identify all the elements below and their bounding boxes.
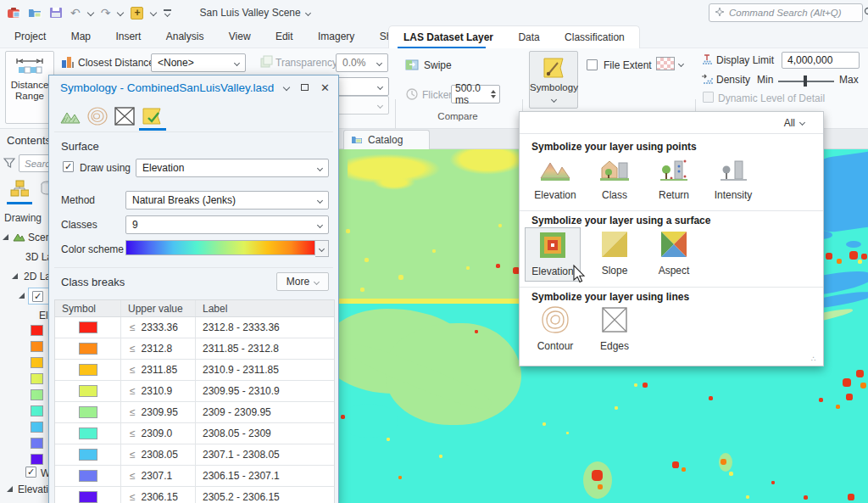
points-symbology-tab-icon[interactable] — [59, 106, 81, 129]
class-break-row[interactable]: ≤2309.02308.05 - 2309 — [55, 423, 334, 444]
class-break-row[interactable]: ≤2307.12306.15 - 2307.1 — [55, 466, 334, 487]
class-break-row[interactable]: ≤2309.952309 - 2309.95 — [55, 402, 334, 423]
file-extent-color-swatch[interactable] — [656, 57, 675, 70]
class-break-row[interactable]: ≤2308.052307.1 - 2308.05 — [55, 444, 334, 466]
class-symbol-swatch[interactable] — [79, 449, 97, 461]
symbology-button[interactable]: Symbology — [529, 51, 578, 109]
class-label[interactable]: 2310.9 - 2311.85 — [203, 364, 279, 376]
class-symbol-swatch[interactable] — [79, 406, 97, 418]
flyout-item-lines-contour[interactable]: Contour — [528, 305, 582, 352]
draw-using-checkbox[interactable] — [63, 161, 74, 172]
transparency-dropdown[interactable]: 0.0% — [336, 53, 388, 72]
undo-button[interactable]: ↶ — [70, 6, 81, 20]
flyout-item-points-elevation[interactable]: Elevation — [528, 156, 582, 201]
surface-symbology-tab-icon[interactable] — [141, 106, 163, 129]
command-search-input[interactable] — [729, 8, 860, 18]
class-symbol-swatch[interactable] — [79, 491, 97, 503]
flyout-filter[interactable]: All — [520, 112, 823, 134]
tab-project[interactable]: Project — [3, 25, 57, 48]
add-data-dropdown-icon[interactable] — [150, 9, 157, 16]
flyout-item-points-return[interactable]: Return — [647, 156, 701, 201]
color-scheme-dropdown-button[interactable] — [315, 240, 329, 257]
tab-view[interactable]: View — [218, 25, 262, 48]
file-extent-checkbox[interactable] — [587, 59, 598, 70]
tab-las-dataset-layer[interactable]: LAS Dataset Layer — [392, 26, 504, 48]
upper-value[interactable]: 2310.9 — [142, 385, 173, 397]
closest-distance-dropdown[interactable]: <None> — [151, 53, 246, 72]
swipe-label[interactable]: Swipe — [424, 59, 452, 71]
las-layer-expander-icon[interactable] — [19, 293, 25, 299]
flyout-item-surface-aspect[interactable]: Aspect — [647, 230, 701, 277]
add-data-button[interactable]: + — [131, 7, 143, 20]
tab-imagery[interactable]: Imagery — [307, 25, 365, 48]
upper-value[interactable]: 2306.15 — [142, 491, 178, 503]
method-dropdown[interactable]: Natural Breaks (Jenks) — [125, 191, 329, 210]
window-maximize-icon[interactable] — [301, 84, 309, 91]
display-limit-input[interactable] — [782, 52, 860, 69]
edges-symbology-tab-icon[interactable] — [114, 106, 136, 129]
upper-value[interactable]: 2312.8 — [142, 343, 173, 355]
class-label[interactable]: 2308.05 - 2309 — [203, 428, 271, 439]
redo-button[interactable]: ↷ — [101, 6, 111, 20]
search-icon[interactable] — [864, 7, 868, 20]
class-symbol-swatch[interactable] — [79, 321, 97, 333]
class-break-row[interactable]: ≤2333.362312.8 - 2333.36 — [55, 317, 334, 338]
scene-title[interactable]: San Luis Valley Scene — [199, 7, 309, 19]
density-slider-handle[interactable] — [804, 75, 807, 87]
tab-edit[interactable]: Edit — [264, 25, 304, 48]
class-break-row[interactable]: ≤2306.152305.2 - 2306.15 — [55, 487, 334, 503]
window-close-icon[interactable]: ✕ — [320, 82, 330, 93]
class-symbol-swatch[interactable] — [79, 470, 97, 482]
window-collapse-icon[interactable] — [283, 84, 290, 91]
redo-dropdown-icon[interactable] — [117, 9, 124, 16]
distance-range-button[interactable]: Distance Range — [5, 51, 54, 124]
customize-qat-icon[interactable] — [164, 9, 171, 16]
upper-value[interactable]: 2333.36 — [142, 321, 178, 333]
class-symbol-swatch[interactable] — [79, 343, 97, 355]
drawing-order-tab-icon[interactable] — [10, 180, 29, 199]
tab-insert[interactable]: Insert — [104, 25, 152, 48]
tab-data[interactable]: Data — [507, 26, 550, 48]
tab-analysis[interactable]: Analysis — [155, 25, 215, 48]
las-layer-checkbox[interactable] — [32, 291, 43, 302]
class-label[interactable]: 2309.95 - 2310.9 — [203, 385, 280, 397]
classes-dropdown[interactable]: 9 — [125, 215, 329, 234]
class-label[interactable]: 2307.1 - 2308.05 — [203, 449, 280, 461]
command-search[interactable] — [709, 3, 863, 22]
elevation-group-expander-icon[interactable] — [7, 486, 13, 492]
draw-using-dropdown[interactable]: Elevation — [136, 159, 329, 177]
catalog-view-tab[interactable]: Catalog — [343, 130, 430, 149]
flicker-duration-spinner[interactable]: 500.0 ms — [451, 85, 500, 103]
new-project-icon[interactable] — [7, 6, 20, 20]
tab-classification[interactable]: Classification — [554, 26, 636, 48]
upper-value[interactable]: 2311.85 — [142, 364, 178, 376]
tab-map[interactable]: Map — [60, 25, 102, 48]
upper-value[interactable]: 2309.0 — [142, 428, 173, 439]
file-extent-swatch-dropdown-icon[interactable] — [678, 61, 684, 67]
undo-dropdown-icon[interactable] — [86, 9, 93, 16]
scene-expander-icon[interactable] — [3, 234, 8, 240]
open-project-icon[interactable] — [28, 6, 42, 20]
class-break-row[interactable]: ≤2310.92309.95 - 2310.9 — [55, 381, 334, 402]
upper-value[interactable]: 2309.95 — [142, 406, 178, 418]
class-label[interactable]: 2305.2 - 2306.15 — [203, 491, 280, 503]
more-button[interactable]: More — [276, 272, 329, 291]
class-label[interactable]: 2312.8 - 2333.36 — [203, 321, 280, 333]
flyout-item-points-class[interactable]: Class — [587, 156, 642, 201]
color-scheme-ramp[interactable] — [125, 240, 315, 255]
save-project-icon[interactable] — [49, 6, 63, 20]
upper-value[interactable]: 2307.1 — [142, 470, 173, 482]
flyout-item-lines-edges[interactable]: Edges — [587, 305, 642, 352]
flyout-resize-grip[interactable]: ∴ — [811, 355, 817, 363]
class-symbol-swatch[interactable] — [79, 385, 97, 397]
class-label[interactable]: 2311.85 - 2312.8 — [203, 343, 279, 355]
flyout-item-surface-slope[interactable]: Slope — [587, 230, 642, 277]
w-layer-checkbox[interactable] — [25, 467, 36, 478]
2d-layers-expander-icon[interactable] — [12, 273, 18, 279]
flyout-item-points-intensity[interactable]: Intensity — [706, 156, 760, 201]
class-symbol-swatch[interactable] — [79, 364, 97, 376]
contour-symbology-tab-icon[interactable] — [86, 106, 108, 129]
class-label[interactable]: 2309 - 2309.95 — [203, 406, 271, 418]
class-symbol-swatch[interactable] — [79, 428, 97, 439]
filter-icon[interactable] — [3, 157, 15, 171]
